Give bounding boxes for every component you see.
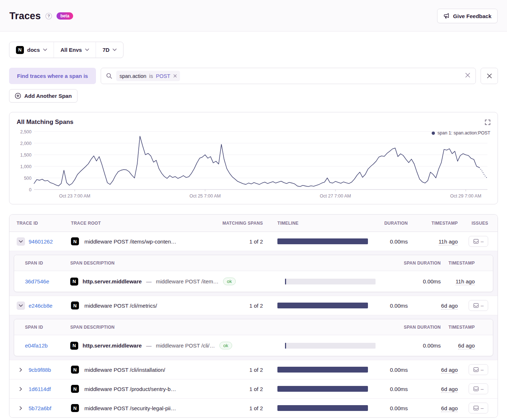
col-duration: DURATION <box>368 221 408 226</box>
trace-group: e246cb8e N middleware POST /cli/metrics/… <box>9 296 498 360</box>
trace-row[interactable]: 1d6114df N middleware POST /product/sent… <box>9 379 498 398</box>
span-description-label: middleware POST /cli/… <box>156 342 215 349</box>
environment-filter[interactable]: All Envs <box>54 42 96 58</box>
give-feedback-label: Give Feedback <box>453 13 491 19</box>
issues-empty-dash: – <box>481 367 484 373</box>
traces-table-header: TRACE ID TRACE ROOT MATCHING SPANS TIMEL… <box>9 215 498 232</box>
timestamp-value[interactable]: 6d ago <box>441 386 458 393</box>
col-timeline: TIMELINE <box>263 221 368 226</box>
span-op-label: http.server.middleware <box>83 278 142 284</box>
svg-text:Oct 27 7:00 AM: Oct 27 7:00 AM <box>320 194 351 199</box>
token-remove-icon[interactable] <box>173 74 177 78</box>
traces-table-body: 94601262 N middleware POST /items/wp-con… <box>9 232 498 417</box>
span-timestamp-value[interactable]: 6d ago <box>458 342 475 349</box>
issues-button[interactable]: – <box>469 383 488 394</box>
chart-legend[interactable]: span 1: span.action:POST <box>432 130 490 136</box>
expand-toggle-button[interactable] <box>17 366 25 374</box>
search-clear-icon[interactable] <box>465 72 470 78</box>
col-trace-root: TRACE ROOT <box>67 221 198 226</box>
expanded-spans-section: SPAN ID SPAN DESCRIPTION SPAN DURATION T… <box>9 251 498 296</box>
duration-value: 0.00ms <box>368 405 408 411</box>
expand-toggle-button[interactable] <box>17 237 25 246</box>
page-filter-bar: N docs All Envs 7D <box>9 42 123 58</box>
remove-span-query-button[interactable] <box>481 68 498 84</box>
legend-series-label: span 1: span.action:POST <box>437 130 490 136</box>
span-id-link[interactable]: 36d7546e <box>25 278 49 284</box>
trace-row[interactable]: 94601262 N middleware POST /items/wp-con… <box>9 232 498 251</box>
svg-text:Oct 23 7:00 AM: Oct 23 7:00 AM <box>59 194 90 199</box>
col-span-timestamp: TIMESTAMP <box>441 325 486 330</box>
spans-timeseries-chart[interactable]: 05001,0001,5002,0002,500Oct 23 7:00 AMOc… <box>17 127 491 200</box>
svg-text:Oct 25 7:00 AM: Oct 25 7:00 AM <box>189 194 221 199</box>
timeline-bar <box>277 238 368 244</box>
timestamp-value[interactable]: 6d ago <box>441 367 458 374</box>
expand-toggle-button[interactable] <box>17 385 25 393</box>
expand-chart-icon[interactable] <box>485 120 490 125</box>
chevron-down-icon <box>85 49 89 51</box>
trace-root-label: middleware POST /product/sentry-b… <box>84 386 176 392</box>
col-span-duration: SPAN DURATION <box>376 325 441 330</box>
col-span-description: SPAN DESCRIPTION <box>70 325 285 330</box>
col-span-id: SPAN ID <box>21 261 70 266</box>
spans-subtable-header: SPAN ID SPAN DESCRIPTION SPAN DURATION T… <box>14 255 493 271</box>
inbox-icon <box>473 386 479 391</box>
issues-button[interactable]: – <box>469 403 488 413</box>
issues-empty-dash: – <box>481 238 484 244</box>
timestamp-value[interactable]: 6d ago <box>441 405 458 412</box>
trace-row[interactable]: 5b72a6bf N middleware POST /security-leg… <box>9 399 498 417</box>
expand-toggle-button[interactable] <box>17 302 25 310</box>
inbox-icon <box>473 239 479 244</box>
issues-button[interactable]: – <box>469 300 488 311</box>
search-icon <box>106 73 112 79</box>
trace-id-link[interactable]: 5b72a6bf <box>29 405 51 411</box>
date-range-filter[interactable]: 7D <box>96 42 123 58</box>
timestamp-value[interactable]: 6d ago <box>441 303 458 309</box>
issues-button[interactable]: – <box>469 236 488 247</box>
col-matching-spans: MATCHING SPANS <box>198 221 263 226</box>
nextjs-project-icon: N <box>71 302 79 309</box>
token-operator: is <box>149 73 153 79</box>
expand-toggle-button[interactable] <box>17 404 25 412</box>
span-timeline-bar <box>285 343 376 349</box>
span-status-badge: ok <box>223 278 236 285</box>
span-id-link[interactable]: e04fa12b <box>25 342 48 349</box>
trace-group: 94601262 N middleware POST /items/wp-con… <box>9 232 498 296</box>
trace-id-link[interactable]: e246cb8e <box>29 303 53 309</box>
traces-table: TRACE ID TRACE ROOT MATCHING SPANS TIMEL… <box>9 214 498 418</box>
nextjs-project-icon: N <box>70 342 78 350</box>
span-row[interactable]: 36d7546e N http.server.middleware — midd… <box>14 271 493 292</box>
duration-value: 0.00ms <box>368 238 408 245</box>
trace-row[interactable]: 9cb9f88b N middleware POST /cli/installa… <box>9 360 498 379</box>
span-row[interactable]: e04fa12b N http.server.middleware — midd… <box>14 335 493 356</box>
inbox-icon <box>473 367 479 372</box>
trace-id-link[interactable]: 9cb9f88b <box>29 367 51 373</box>
issues-button[interactable]: – <box>469 364 488 375</box>
issues-empty-dash: – <box>481 303 484 308</box>
span-search-input[interactable]: span.action is POST <box>101 68 476 84</box>
span-status-badge: ok <box>219 342 232 349</box>
timestamp-value[interactable]: 11h ago <box>439 238 458 245</box>
svg-text:?: ? <box>47 14 50 18</box>
trace-row[interactable]: e246cb8e N middleware POST /cli/metrics/… <box>9 296 498 315</box>
filter-token[interactable]: span.action is POST <box>116 71 180 81</box>
trace-group: 9cb9f88b N middleware POST /cli/installa… <box>9 360 498 379</box>
span-position-tick <box>285 279 286 284</box>
project-filter[interactable]: N docs <box>9 42 54 58</box>
chevron-icon <box>19 240 23 243</box>
timeline-bar <box>277 367 368 373</box>
issues-empty-dash: – <box>481 386 484 392</box>
trace-id-link[interactable]: 94601262 <box>29 238 53 245</box>
chevron-icon <box>20 406 22 410</box>
span-query-row: Find traces where a span is span.action … <box>9 68 498 84</box>
help-icon[interactable]: ? <box>45 13 52 20</box>
trace-id-link[interactable]: 1d6114df <box>29 386 51 392</box>
span-timestamp-value[interactable]: 11h ago <box>456 278 475 285</box>
nextjs-project-icon: N <box>71 366 79 374</box>
chevron-down-icon <box>113 49 117 51</box>
svg-text:2,000: 2,000 <box>20 141 32 146</box>
trace-root-label: middleware POST /cli/installation/ <box>84 367 165 373</box>
add-another-span-label: Add Another Span <box>24 93 72 99</box>
give-feedback-button[interactable]: Give Feedback <box>437 9 498 23</box>
add-another-span-button[interactable]: Add Another Span <box>9 89 77 103</box>
svg-text:Oct 29 7:00 AM: Oct 29 7:00 AM <box>450 194 481 199</box>
